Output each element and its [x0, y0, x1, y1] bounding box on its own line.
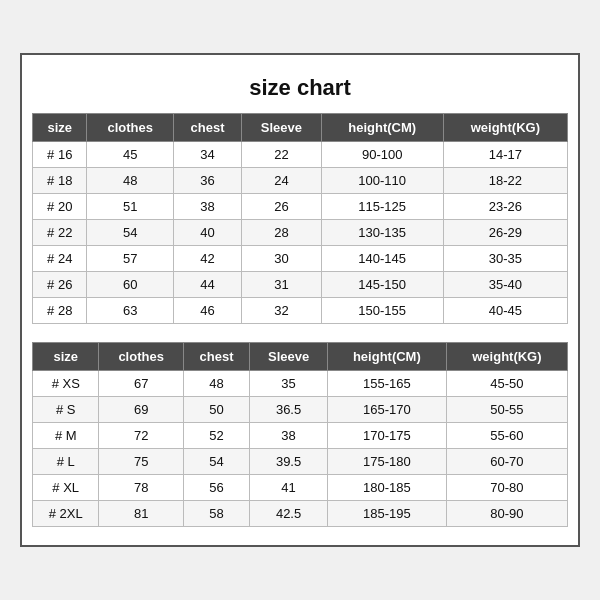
table2-col-header: height(CM): [327, 343, 446, 371]
table-cell: 115-125: [321, 194, 443, 220]
table-cell: 55-60: [446, 423, 567, 449]
table-cell: 32: [242, 298, 322, 324]
table-cell: # 28: [33, 298, 87, 324]
table2-body: # XS674835155-16545-50# S695036.5165-170…: [33, 371, 568, 527]
table-cell: 185-195: [327, 501, 446, 527]
table1-col-header: chest: [173, 114, 241, 142]
table-cell: 72: [99, 423, 183, 449]
table-cell: 78: [99, 475, 183, 501]
table-row: # 22544028130-13526-29: [33, 220, 568, 246]
table2-col-header: Sleeve: [250, 343, 328, 371]
table-row: # 2XL815842.5185-19580-90: [33, 501, 568, 527]
table-row: # 1645342290-10014-17: [33, 142, 568, 168]
table-cell: 14-17: [443, 142, 567, 168]
table2-col-header: size: [33, 343, 99, 371]
table-cell: 52: [183, 423, 249, 449]
table-cell: 57: [87, 246, 173, 272]
table-cell: 170-175: [327, 423, 446, 449]
table-cell: 48: [87, 168, 173, 194]
table1-col-header: height(CM): [321, 114, 443, 142]
size-table-1: sizeclotheschestSleeveheight(CM)weight(K…: [32, 113, 568, 324]
chart-title: size chart: [32, 65, 568, 113]
table-cell: # 26: [33, 272, 87, 298]
table-cell: 44: [173, 272, 241, 298]
table-cell: 54: [183, 449, 249, 475]
table-cell: 42: [173, 246, 241, 272]
table-row: # 18483624100-11018-22: [33, 168, 568, 194]
table1-col-header: size: [33, 114, 87, 142]
table-cell: 63: [87, 298, 173, 324]
table-row: # 24574230140-14530-35: [33, 246, 568, 272]
table-cell: 36.5: [250, 397, 328, 423]
table2-wrapper: sizeclotheschestSleeveheight(CM)weight(K…: [32, 342, 568, 527]
table-cell: 100-110: [321, 168, 443, 194]
table-cell: 40: [173, 220, 241, 246]
table-cell: 31: [242, 272, 322, 298]
table-cell: # 18: [33, 168, 87, 194]
table-cell: 90-100: [321, 142, 443, 168]
table-cell: # L: [33, 449, 99, 475]
table-cell: # 2XL: [33, 501, 99, 527]
table1-header-row: sizeclotheschestSleeveheight(CM)weight(K…: [33, 114, 568, 142]
table-cell: 35-40: [443, 272, 567, 298]
table-cell: 41: [250, 475, 328, 501]
table1-header: sizeclotheschestSleeveheight(CM)weight(K…: [33, 114, 568, 142]
table-cell: 60-70: [446, 449, 567, 475]
table-cell: 18-22: [443, 168, 567, 194]
table-row: # S695036.5165-17050-55: [33, 397, 568, 423]
table-cell: 60: [87, 272, 173, 298]
table-cell: # XS: [33, 371, 99, 397]
table-cell: 50: [183, 397, 249, 423]
table-row: # XS674835155-16545-50: [33, 371, 568, 397]
size-table-2: sizeclotheschestSleeveheight(CM)weight(K…: [32, 342, 568, 527]
table2-col-header: chest: [183, 343, 249, 371]
table-cell: 69: [99, 397, 183, 423]
table-cell: 145-150: [321, 272, 443, 298]
table-cell: 36: [173, 168, 241, 194]
table-cell: 67: [99, 371, 183, 397]
table-cell: 70-80: [446, 475, 567, 501]
table-cell: 28: [242, 220, 322, 246]
table-cell: 140-145: [321, 246, 443, 272]
table-cell: 39.5: [250, 449, 328, 475]
table-cell: 42.5: [250, 501, 328, 527]
table-cell: 30-35: [443, 246, 567, 272]
table-row: # 20513826115-12523-26: [33, 194, 568, 220]
table-cell: 24: [242, 168, 322, 194]
table1-col-header: clothes: [87, 114, 173, 142]
table-cell: 26-29: [443, 220, 567, 246]
table1-col-header: weight(KG): [443, 114, 567, 142]
table-cell: 48: [183, 371, 249, 397]
table1-col-header: Sleeve: [242, 114, 322, 142]
table1-body: # 1645342290-10014-17# 18483624100-11018…: [33, 142, 568, 324]
table-cell: 40-45: [443, 298, 567, 324]
table-cell: 45-50: [446, 371, 567, 397]
section-gap: [32, 332, 568, 342]
table-cell: 155-165: [327, 371, 446, 397]
table-cell: 51: [87, 194, 173, 220]
table1-wrapper: sizeclotheschestSleeveheight(CM)weight(K…: [32, 113, 568, 324]
table-cell: 34: [173, 142, 241, 168]
table-cell: 26: [242, 194, 322, 220]
table-cell: 58: [183, 501, 249, 527]
table-cell: # 16: [33, 142, 87, 168]
table-cell: # XL: [33, 475, 99, 501]
table-cell: 23-26: [443, 194, 567, 220]
table-cell: 175-180: [327, 449, 446, 475]
table-cell: 80-90: [446, 501, 567, 527]
table-cell: 56: [183, 475, 249, 501]
table-cell: 130-135: [321, 220, 443, 246]
table-cell: 30: [242, 246, 322, 272]
table-cell: # 24: [33, 246, 87, 272]
table2-col-header: weight(KG): [446, 343, 567, 371]
table-cell: 75: [99, 449, 183, 475]
table-cell: 46: [173, 298, 241, 324]
table-cell: 38: [173, 194, 241, 220]
table-cell: 35: [250, 371, 328, 397]
table2-col-header: clothes: [99, 343, 183, 371]
table-cell: 54: [87, 220, 173, 246]
table-row: # M725238170-17555-60: [33, 423, 568, 449]
table2-header-row: sizeclotheschestSleeveheight(CM)weight(K…: [33, 343, 568, 371]
table-cell: # 22: [33, 220, 87, 246]
table-cell: 38: [250, 423, 328, 449]
